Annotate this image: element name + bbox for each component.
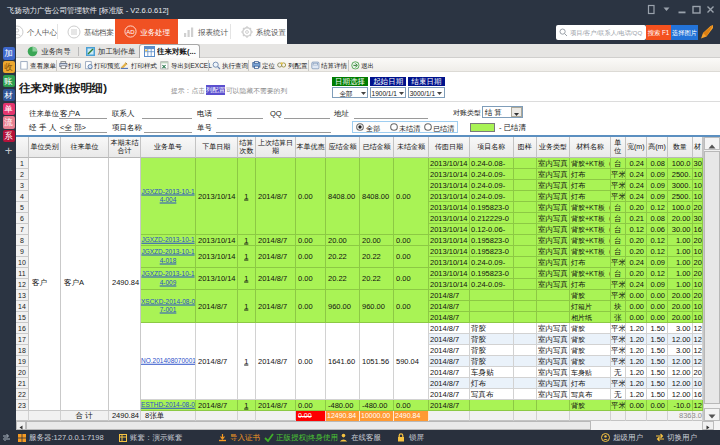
svg-text:AD: AD <box>126 29 135 35</box>
